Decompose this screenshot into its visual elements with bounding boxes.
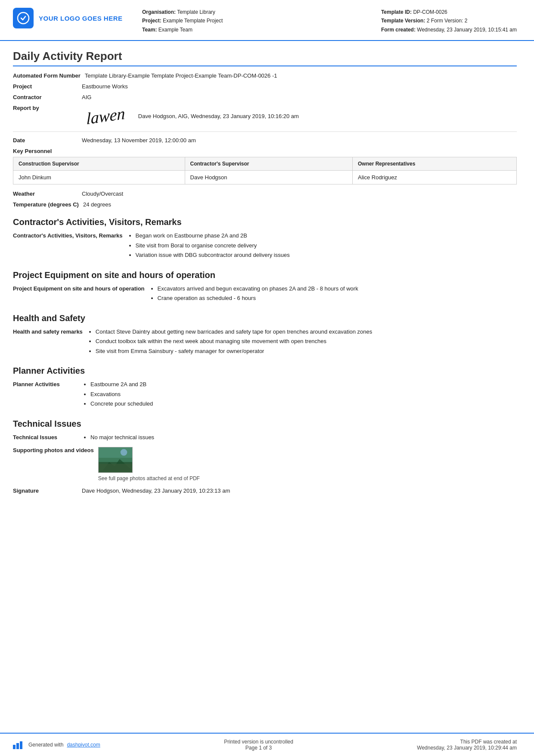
project-field-label: Project [13,83,82,90]
col-construction-supervisor: Construction Supervisor [13,157,185,171]
dashpivot-link[interactable]: dashpivot.com [67,742,100,748]
header: YOUR LOGO GOES HERE Organisation: Templa… [0,0,534,41]
temperature-label: Temperature (degrees C) [13,201,83,208]
technical-issues-heading: Technical Issues [13,419,517,429]
list-item: Site visit from Boral to organise concre… [136,241,517,250]
svg-rect-2 [99,462,132,472]
col-contractors-supervisor: Contractor's Supervisor [185,157,352,171]
org-row: Organisation: Template Library [142,8,381,16]
logo-icon [13,8,34,28]
project-label: Project: [142,18,161,24]
org-value: Template Library [177,9,215,15]
page: YOUR LOGO GOES HERE Organisation: Templa… [0,0,534,756]
project-equipment-list: Excavators arrived and begun excavating … [149,284,517,304]
page-text: Page 1 of 3 [224,745,293,751]
divider-1 [13,131,517,132]
form-created-value: Wednesday, 23 January 2019, 10:15:41 am [417,27,517,33]
team-row: Team: Example Team [142,25,381,34]
header-meta: Organisation: Template Library Project: … [142,8,381,34]
list-item: No major technical issues [90,433,517,442]
project-equipment-label: Project Equipment on site and hours of o… [13,284,149,293]
report-by-label: Report by [13,105,82,111]
contractors-activities-label: Contractor's Activities, Visitors, Remar… [13,231,127,240]
technical-issues-row: Technical Issues No major technical issu… [13,433,517,443]
photos-content: See full page photos attached at end of … [98,447,200,481]
contractor-row: Contractor AIG [13,94,517,100]
template-id-value: DP-COM-0026 [413,9,447,15]
date-label: Date [13,137,82,144]
weather-label: Weather [13,191,82,197]
template-id-row: Template ID: DP-COM-0026 [381,8,517,16]
signature-graphic: lawen [82,101,130,131]
list-item: Contact Steve Daintry about getting new … [96,328,517,336]
photo-thumbnail [98,447,133,473]
uncontrolled-text: Printed version is uncontrolled [224,739,293,745]
project-row: Project Eastbourne Works [13,83,517,90]
personnel-table: Construction Supervisor Contractor's Sup… [13,157,517,184]
team-label: Team: [142,27,157,33]
footer-center: Printed version is uncontrolled Page 1 o… [224,739,293,751]
footer-left: Generated with dashpivot.com [13,740,100,749]
pdf-created-date: Wednesday, 23 January 2019, 10:29:44 am [417,745,517,751]
report-by-name: Dave Hodgson, AIG, Wednesday, 23 January… [138,113,299,119]
photos-label: Supporting photos and videos [13,447,98,453]
bar-1 [13,745,16,749]
template-version-row: Template Version: 2 Form Version: 2 [381,16,517,25]
generated-text: Generated with [28,742,63,748]
project-field-value: Eastbourne Works [82,83,517,90]
list-item: Conduct toolbox talk within the next wee… [96,337,517,346]
table-row: John Dinkum Dave Hodgson Alice Rodriguez [13,171,517,184]
footer-right: This PDF was created at Wednesday, 23 Ja… [417,739,517,751]
planner-activities-row: Planner Activities Eastbourne 2A and 2B … [13,380,517,409]
bar-2 [16,743,19,749]
org-label: Organisation: [142,9,176,15]
technical-issues-list: No major technical issues [82,433,517,443]
list-item: Concrete pour scheduled [90,400,517,408]
health-safety-label: Health and safety remarks [13,328,87,336]
logo-text: YOUR LOGO GOES HERE [39,15,123,22]
key-personnel-label-row: Key Personnel [13,148,517,154]
photos-caption: See full page photos attached at end of … [98,475,200,481]
header-right: Template ID: DP-COM-0026 Template Versio… [381,8,517,34]
list-item: Site visit from Emma Sainsbury - safety … [96,347,517,356]
form-created-row: Form created: Wednesday, 23 January 2019… [381,25,517,34]
svg-rect-3 [99,447,132,458]
project-equipment-row: Project Equipment on site and hours of o… [13,284,517,304]
planner-activities-label: Planner Activities [13,380,82,389]
signature-label: Signature [13,487,82,494]
contractor-value: AIG [82,94,517,100]
cell-owner-representatives: Alice Rodriguez [352,171,516,184]
template-version-value: 2 Form Version: 2 [427,18,468,24]
list-item: Crane operation as scheduled - 6 hours [158,294,517,303]
report-by-row: Report by lawen Dave Hodgson, AIG, Wedne… [13,105,517,127]
technical-issues-label: Technical Issues [13,433,82,442]
template-id-label: Template ID: [381,9,412,15]
main-content: Daily Activity Report Automated Form Num… [0,41,534,733]
cell-construction-supervisor: John Dinkum [13,171,185,184]
project-row: Project: Example Template Project [142,16,381,25]
col-owner-representatives: Owner Representatives [352,157,516,171]
contractors-activities-heading: Contractor's Activities, Visitors, Remar… [13,217,517,227]
pdf-created-label: This PDF was created at [417,739,517,745]
footer: Generated with dashpivot.com Printed ver… [0,733,534,756]
automated-form-row: Automated Form Number Template Library-E… [13,72,517,79]
team-value: Example Team [158,27,192,33]
project-equipment-heading: Project Equipment on site and hours of o… [13,270,517,280]
list-item: Excavations [90,390,517,399]
photos-row: Supporting photos and videos See full pa… [13,447,517,481]
svg-point-4 [120,449,127,456]
health-safety-list: Contact Steve Daintry about getting new … [87,328,517,357]
key-personnel-label: Key Personnel [13,148,82,154]
bar-3 [20,741,22,749]
contractor-label: Contractor [13,94,82,100]
svg-point-0 [18,12,29,24]
date-value: Wednesday, 13 November 2019, 12:00:00 am [82,137,517,144]
temperature-row: Temperature (degrees C) 24 degrees [13,201,517,208]
automated-form-value: Template Library-Example Template Projec… [85,72,517,79]
date-row: Date Wednesday, 13 November 2019, 12:00:… [13,137,517,144]
report-by-content: lawen Dave Hodgson, AIG, Wednesday, 23 J… [82,105,299,127]
cell-contractors-supervisor: Dave Hodgson [185,171,352,184]
health-safety-row: Health and safety remarks Contact Steve … [13,328,517,357]
temperature-value: 24 degrees [83,201,517,208]
project-value: Example Template Project [163,18,223,24]
